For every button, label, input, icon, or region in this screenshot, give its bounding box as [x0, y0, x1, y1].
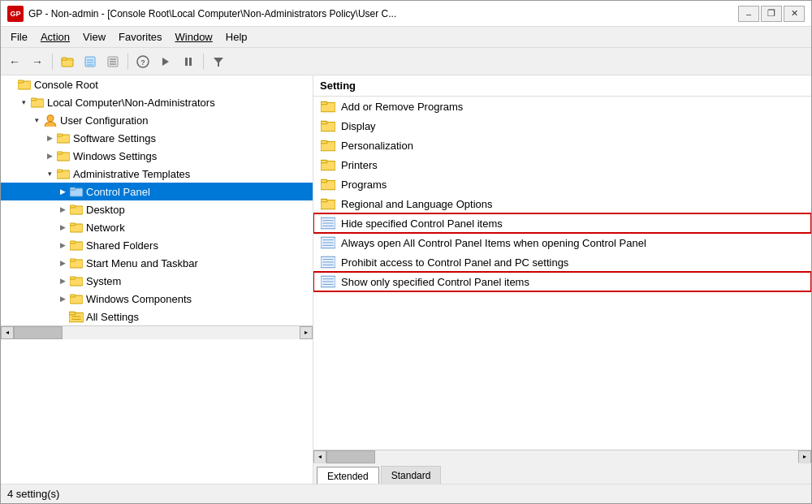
svg-rect-52	[321, 160, 327, 162]
tree-node-start-menu[interactable]: ▶ Start Menu and Taskbar	[1, 254, 313, 272]
svg-rect-36	[70, 259, 76, 261]
tree-node-user-config[interactable]: ▾ User Configuration	[1, 111, 313, 129]
policy-icon-prohibit	[320, 254, 336, 270]
tree-hscroll[interactable]: ◂ ▸	[1, 325, 313, 338]
toolbar-help-btn[interactable]: ?	[132, 51, 153, 72]
menu-view[interactable]: View	[76, 28, 112, 46]
back-button[interactable]: ←	[4, 51, 25, 72]
right-hscroll-right[interactable]: ▸	[798, 450, 811, 463]
right-item-show-only[interactable]: Show only specified Control Panel items	[313, 272, 811, 291]
tab-standard[interactable]: Standard	[381, 466, 442, 484]
tree-node-software-settings[interactable]: ▶ Software Settings	[1, 129, 313, 147]
right-item-label-prohibit: Prohibit access to Control Panel and PC …	[341, 256, 568, 269]
expand-icon-user-config: ▾	[30, 114, 43, 127]
status-bar: 4 setting(s)	[1, 484, 811, 503]
right-item-label-hide-cp: Hide specified Control Panel items	[341, 218, 503, 230]
expand-icon-windows-settings: ▶	[43, 149, 56, 162]
right-item-label-printers: Printers	[341, 159, 378, 171]
tabs-bar: Extended Standard	[313, 463, 811, 484]
software-settings-icon	[56, 131, 71, 144]
tree-label-all-settings: All Settings	[86, 311, 139, 323]
menu-action[interactable]: Action	[34, 28, 76, 46]
right-item-printers[interactable]: Printers	[313, 155, 811, 174]
right-item-programs[interactable]: Programs	[313, 174, 811, 194]
right-item-label-regional: Regional and Language Options	[341, 198, 492, 210]
right-item-hide-cp[interactable]: Hide specified Control Panel items	[313, 213, 811, 233]
policy-icon-hide-cp	[320, 215, 336, 231]
right-hscroll-left[interactable]: ◂	[313, 450, 326, 463]
right-item-label-always-open: Always open All Control Panel Items when…	[341, 237, 646, 249]
svg-rect-24	[57, 152, 63, 154]
tree-node-network[interactable]: ▶ Network	[1, 218, 313, 236]
right-hscroll-thumb	[326, 450, 375, 463]
menu-file[interactable]: File	[4, 28, 34, 46]
right-hscroll-track[interactable]	[326, 450, 798, 463]
restore-button[interactable]: ❐	[761, 6, 782, 22]
tree-node-local-computer[interactable]: ▾ Local Computer\Non-Administrators	[1, 93, 313, 111]
menu-window[interactable]: Window	[169, 28, 219, 46]
right-pane-header-label: Setting	[320, 80, 356, 92]
tree-node-windows-settings[interactable]: ▶ Windows Settings	[1, 147, 313, 165]
start-menu-icon	[69, 256, 84, 269]
expand-icon-local-computer: ▾	[17, 96, 30, 109]
tree-node-system[interactable]: ▶ System	[1, 272, 313, 290]
toolbar-btn-3[interactable]	[102, 51, 123, 72]
forward-button[interactable]: →	[27, 51, 48, 72]
right-item-regional[interactable]: Regional and Language Options	[313, 194, 811, 213]
right-pane-header: Setting	[313, 75, 811, 97]
expand-icon-system: ▶	[56, 274, 69, 287]
menu-bar: File Action View Favorites Window Help	[1, 27, 811, 48]
menu-favorites[interactable]: Favorites	[112, 28, 168, 46]
toolbar-btn-2[interactable]	[80, 51, 101, 72]
close-button[interactable]: ✕	[784, 6, 805, 22]
toolbar-filter-btn[interactable]	[208, 51, 229, 72]
minimize-button[interactable]: –	[738, 6, 759, 22]
svg-rect-1	[62, 58, 67, 60]
svg-rect-42	[69, 312, 76, 314]
title-bar: GP GP - Non-admin - [Console Root\Local …	[1, 1, 811, 27]
right-item-add-remove[interactable]: Add or Remove Programs	[313, 97, 811, 116]
windows-components-icon	[69, 292, 84, 305]
tree-hscroll-left[interactable]: ◂	[1, 326, 14, 339]
expand-icon-windows-components: ▶	[56, 292, 69, 305]
svg-rect-26	[57, 170, 63, 172]
toolbar-sep-3	[203, 54, 204, 70]
tree-label-console-root: Console Root	[34, 79, 98, 91]
main-content: Console Root ▾ Local Computer\Non-Admini…	[1, 75, 811, 484]
shared-folders-icon	[69, 239, 84, 252]
right-item-always-open[interactable]: Always open All Control Panel Items when…	[313, 233, 811, 252]
svg-rect-22	[57, 134, 63, 136]
tab-extended[interactable]: Extended	[317, 467, 379, 484]
right-item-display[interactable]: Display	[313, 116, 811, 136]
folder-icon-display	[320, 118, 336, 134]
tree-node-shared-folders[interactable]: ▶ Shared Folders	[1, 236, 313, 254]
right-item-prohibit[interactable]: Prohibit access to Control Panel and PC …	[313, 252, 811, 272]
expand-icon-all-settings	[56, 310, 69, 323]
right-hscroll[interactable]: ◂ ▸	[313, 450, 811, 463]
tree-node-desktop[interactable]: ▶ Desktop	[1, 200, 313, 218]
tree-label-network: Network	[86, 222, 125, 234]
app-icon: GP	[7, 6, 24, 22]
svg-marker-12	[162, 58, 169, 66]
tree-node-admin-templates[interactable]: ▾ Administrative Templates	[1, 165, 313, 183]
right-item-personalization[interactable]: Personalization	[313, 136, 811, 155]
expand-icon-desktop: ▶	[56, 203, 69, 216]
tree-node-control-panel[interactable]: ▶ Control Panel	[1, 183, 313, 200]
svg-rect-30	[70, 205, 76, 208]
menu-help[interactable]: Help	[219, 28, 254, 46]
title-bar-controls: – ❐ ✕	[738, 6, 805, 22]
local-computer-icon	[30, 96, 45, 109]
toolbar-btn-1[interactable]	[57, 51, 78, 72]
tree-node-all-settings[interactable]: All Settings	[1, 308, 313, 325]
tree-hscroll-track[interactable]	[14, 326, 300, 339]
tree-node-console-root[interactable]: Console Root	[1, 75, 313, 93]
folder-icon-regional	[320, 196, 336, 212]
toolbar-play-btn[interactable]	[155, 51, 176, 72]
tree-label-local-computer: Local Computer\Non-Administrators	[47, 97, 215, 109]
tree-hscroll-right[interactable]: ▸	[300, 326, 313, 339]
right-item-label-add-remove: Add or Remove Programs	[341, 101, 463, 113]
tree-node-windows-components[interactable]: ▶ Windows Components	[1, 290, 313, 308]
toolbar-pause-btn[interactable]	[178, 51, 199, 72]
svg-rect-56	[321, 199, 327, 201]
policy-icon-always-open	[320, 235, 336, 251]
